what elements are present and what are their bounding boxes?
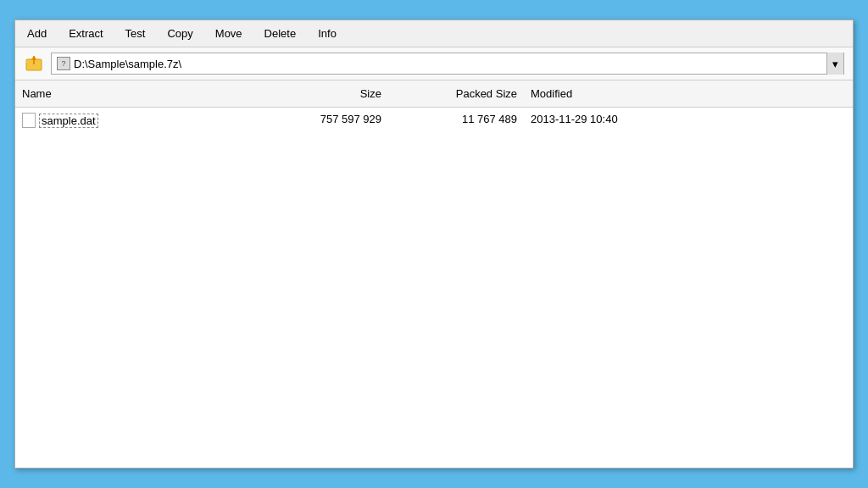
menu-extract[interactable]: Extract <box>65 25 106 42</box>
svg-rect-1 <box>26 61 33 63</box>
file-packed-size: 11 767 489 <box>388 109 524 131</box>
nav-up-button[interactable] <box>24 53 44 74</box>
file-name-cell: sample.dat <box>15 109 253 131</box>
menu-move[interactable]: Move <box>212 25 246 42</box>
table-row[interactable]: sample.dat 757 597 929 11 767 489 2013-1… <box>15 108 853 133</box>
empty-area <box>15 133 853 468</box>
address-dropdown-button[interactable]: ▾ <box>826 53 843 75</box>
menu-bar: Add Extract Test Copy Move Delete Info <box>15 20 853 47</box>
address-type-icon: ? <box>57 57 70 70</box>
menu-delete[interactable]: Delete <box>261 25 300 42</box>
address-input[interactable]: ? D:\Sample\sample.7z\ ▾ <box>51 53 844 75</box>
file-list: sample.dat 757 597 929 11 767 489 2013-1… <box>15 108 853 468</box>
menu-add[interactable]: Add <box>24 25 50 42</box>
file-size: 757 597 929 <box>253 109 388 131</box>
col-header-modified[interactable]: Modified <box>524 84 853 103</box>
file-icon <box>22 113 36 128</box>
address-text: D:\Sample\sample.7z\ <box>74 58 823 70</box>
column-headers: Name Size Packed Size Modified <box>15 80 853 108</box>
menu-copy[interactable]: Copy <box>164 25 196 42</box>
chevron-down-icon: ▾ <box>832 58 838 70</box>
file-modified: 2013-11-29 10:40 <box>524 109 853 131</box>
menu-info[interactable]: Info <box>314 25 340 42</box>
menu-test[interactable]: Test <box>122 25 149 42</box>
col-header-packed-size[interactable]: Packed Size <box>388 84 524 103</box>
address-bar: ? D:\Sample\sample.7z\ ▾ <box>15 47 853 80</box>
col-header-name[interactable]: Name <box>15 84 253 103</box>
main-window: Add Extract Test Copy Move Delete Info ?… <box>14 19 854 469</box>
file-name: sample.dat <box>39 114 98 128</box>
col-header-size[interactable]: Size <box>253 84 388 103</box>
